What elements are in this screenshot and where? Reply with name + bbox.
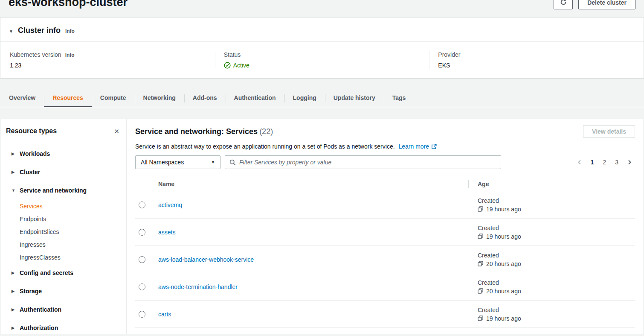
created-label: Created	[478, 307, 635, 313]
sidebar-item-endpoints[interactable]: Endpoints	[0, 213, 126, 225]
view-details-button[interactable]: View details	[583, 125, 635, 138]
created-label: Created	[478, 225, 635, 231]
created-label: Created	[478, 197, 635, 204]
age-text: 19 hours ago	[486, 206, 521, 213]
table-row: activemq Created 19 hours ago	[135, 191, 635, 219]
refresh-icon	[560, 0, 567, 7]
chevron-left-icon[interactable]	[574, 158, 585, 166]
resource-nav: ▶ Workloads ▶ Cluster ▼ Service and netw…	[0, 145, 126, 334]
created-label: Created	[478, 279, 635, 286]
row-radio[interactable]	[139, 283, 145, 290]
check-circle-icon	[224, 62, 231, 69]
tab-authentication[interactable]: Authentication	[226, 89, 284, 107]
sidebar-group-storage[interactable]: ▶ Storage	[0, 282, 126, 301]
field-label: Status	[224, 51, 241, 58]
table-header-age: Age	[468, 181, 635, 187]
cluster-info-header[interactable]: ▼ Cluster info Info	[0, 18, 644, 42]
tab-update-history[interactable]: Update history	[325, 89, 384, 107]
table-header-name: Name	[150, 181, 468, 187]
table-controls: All Namespaces ▼ 1 2 3	[135, 155, 635, 169]
created-label: Created	[478, 252, 635, 259]
group-label: Workloads	[20, 150, 50, 158]
tab-resources[interactable]: Resources	[44, 89, 92, 107]
tab-compute[interactable]: Compute	[92, 89, 135, 107]
header-actions: Delete cluster	[554, 0, 635, 9]
age-cell: Created 19 hours ago	[478, 307, 635, 322]
service-name-link[interactable]: aws-load-balancer-webhook-service	[158, 256, 254, 263]
age-cell: Created 20 hours ago	[478, 279, 635, 295]
row-radio[interactable]	[139, 229, 145, 236]
copy-icon	[478, 288, 483, 294]
copy-icon	[478, 206, 483, 212]
group-label: Storage	[20, 287, 42, 295]
group-label: Service and networking	[20, 187, 87, 195]
kubernetes-version-info-link[interactable]: Info	[65, 52, 75, 58]
sidebar-group-workloads[interactable]: ▶ Workloads	[0, 145, 126, 163]
copy-icon	[478, 316, 483, 321]
services-main: Service and networking: Services(22) Vie…	[127, 119, 644, 334]
provider-value: EKS	[438, 62, 644, 69]
tab-logging[interactable]: Logging	[284, 89, 325, 107]
status-value: Active	[233, 62, 249, 69]
sidebar-item-ingressclasses[interactable]: IngressClasses	[0, 251, 126, 264]
group-label: Cluster	[20, 168, 40, 176]
page-number-1[interactable]: 1	[587, 157, 598, 167]
age-text: 20 hours ago	[486, 260, 521, 267]
age-text: 19 hours ago	[486, 233, 521, 240]
tab-networking[interactable]: Networking	[135, 89, 184, 107]
row-radio[interactable]	[139, 256, 145, 263]
copy-icon	[478, 261, 483, 266]
age-text: 19 hours ago	[486, 315, 521, 322]
service-name-link[interactable]: aws-node-termination-handler	[158, 283, 238, 290]
age-cell: Created 20 hours ago	[478, 252, 635, 267]
cluster-info-fields: Kubernetes version Info 1.23 Status Acti…	[0, 42, 644, 78]
table-row: carts Created 19 hours ago	[135, 301, 635, 328]
tab-tags[interactable]: Tags	[384, 89, 415, 107]
age-text: 20 hours ago	[486, 288, 521, 295]
page-title: eks-workshop-cluster	[9, 0, 128, 9]
sidebar-group-authentication[interactable]: ▶ Authentication	[0, 301, 126, 319]
age-cell: Created 19 hours ago	[478, 225, 635, 240]
row-radio[interactable]	[139, 311, 145, 318]
page-number-3[interactable]: 3	[612, 157, 622, 167]
service-name-link[interactable]: activemq	[158, 202, 182, 208]
group-label: Authorization	[20, 324, 58, 332]
sidebar-group-authorization[interactable]: ▶ Authorization	[0, 319, 126, 334]
resources-panel: Resource types ✕ ▶ Workloads ▶ Cluster ▼…	[0, 119, 644, 334]
tab-overview[interactable]: Overview	[0, 89, 44, 107]
caret-right-icon: ▶	[12, 150, 16, 158]
page-number-2[interactable]: 2	[599, 157, 609, 167]
service-name-link[interactable]: assets	[158, 229, 175, 236]
table-row: aws-node-termination-handler Created 20 …	[135, 273, 635, 301]
services-count: (22)	[259, 127, 273, 136]
sidebar-group-config-and-secrets[interactable]: ▶ Config and secrets	[0, 264, 126, 282]
close-icon[interactable]: ✕	[114, 128, 119, 134]
caret-right-icon: ▶	[12, 306, 16, 314]
namespace-select[interactable]: All Namespaces ▼	[135, 155, 220, 169]
learn-more-link[interactable]: Learn more	[398, 142, 437, 151]
caret-down-icon[interactable]: ▼	[9, 29, 13, 34]
delete-cluster-button[interactable]: Delete cluster	[578, 0, 635, 9]
kubernetes-version-value: 1.23	[10, 62, 215, 69]
resource-types-sidebar: Resource types ✕ ▶ Workloads ▶ Cluster ▼…	[0, 119, 127, 334]
cluster-info-info-link[interactable]: Info	[65, 28, 75, 34]
search-icon	[229, 159, 236, 166]
caret-right-icon: ▶	[12, 287, 16, 295]
sidebar-group-cluster[interactable]: ▶ Cluster	[0, 163, 126, 181]
pagination: 1 2 3	[574, 157, 635, 167]
table-row: Created	[135, 328, 635, 334]
tab-add-ons[interactable]: Add-ons	[184, 89, 226, 107]
sidebar-item-ingresses[interactable]: Ingresses	[0, 238, 126, 251]
sidebar-item-services[interactable]: Services	[0, 200, 126, 213]
refresh-button[interactable]	[554, 0, 573, 9]
service-name-link[interactable]: carts	[158, 311, 171, 318]
services-heading: Service and networking: Services(22)	[135, 125, 273, 138]
table-header-row: Name Age	[135, 177, 635, 191]
row-radio[interactable]	[139, 202, 145, 208]
group-label: Authentication	[20, 306, 61, 314]
filter-search-input[interactable]	[239, 159, 496, 166]
chevron-right-icon[interactable]	[624, 158, 635, 166]
caret-right-icon: ▶	[12, 324, 16, 332]
sidebar-item-endpointslices[interactable]: EndpointSlices	[0, 225, 126, 238]
sidebar-group-service-and-networking[interactable]: ▼ Service and networking	[0, 181, 126, 200]
